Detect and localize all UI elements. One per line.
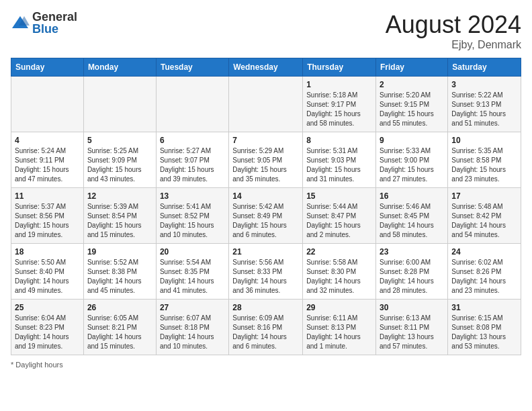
location-title: Ejby, Denmark — [386, 39, 521, 51]
day-number: 26 — [87, 303, 152, 312]
calendar-cell: 9Sunrise: 5:33 AM Sunset: 9:00 PM Daylig… — [376, 132, 448, 188]
day-info: Sunrise: 5:41 AM Sunset: 8:52 PM Dayligh… — [160, 202, 225, 240]
calendar-cell: 10Sunrise: 5:35 AM Sunset: 8:58 PM Dayli… — [448, 132, 521, 188]
day-info: Sunrise: 6:09 AM Sunset: 8:16 PM Dayligh… — [232, 314, 299, 351]
header-thursday: Thursday — [303, 58, 376, 77]
day-number: 19 — [87, 247, 152, 257]
calendar-cell: 2Sunrise: 5:20 AM Sunset: 9:15 PM Daylig… — [376, 77, 448, 132]
week-row-3: 11Sunrise: 5:37 AM Sunset: 8:56 PM Dayli… — [11, 188, 521, 244]
calendar-cell — [229, 77, 303, 132]
day-number: 2 — [380, 80, 444, 89]
day-number: 9 — [380, 136, 444, 145]
calendar-cell: 24Sunrise: 6:02 AM Sunset: 8:26 PM Dayli… — [448, 244, 521, 300]
day-info: Sunrise: 5:48 AM Sunset: 8:42 PM Dayligh… — [451, 202, 517, 240]
day-info: Sunrise: 5:46 AM Sunset: 8:45 PM Dayligh… — [380, 202, 444, 240]
logo-general: General — [32, 11, 77, 23]
calendar-cell: 13Sunrise: 5:41 AM Sunset: 8:52 PM Dayli… — [156, 188, 228, 244]
day-number: 25 — [15, 303, 80, 312]
calendar-cell: 1Sunrise: 5:18 AM Sunset: 9:17 PM Daylig… — [303, 77, 376, 132]
day-number: 6 — [160, 136, 225, 145]
day-number: 31 — [451, 303, 517, 312]
day-number: 4 — [15, 136, 80, 145]
day-info: Sunrise: 6:05 AM Sunset: 8:21 PM Dayligh… — [87, 314, 152, 351]
day-info: Sunrise: 5:37 AM Sunset: 8:56 PM Dayligh… — [15, 202, 80, 240]
calendar-cell: 31Sunrise: 6:15 AM Sunset: 8:08 PM Dayli… — [448, 300, 521, 355]
day-number: 5 — [87, 136, 152, 145]
day-info: Sunrise: 6:13 AM Sunset: 8:11 PM Dayligh… — [380, 314, 444, 351]
day-number: 17 — [451, 191, 517, 201]
day-number: 7 — [232, 136, 299, 145]
calendar-cell: 15Sunrise: 5:44 AM Sunset: 8:47 PM Dayli… — [303, 188, 376, 244]
day-info: Sunrise: 5:24 AM Sunset: 9:11 PM Dayligh… — [15, 146, 80, 184]
day-info: Sunrise: 6:00 AM Sunset: 8:28 PM Dayligh… — [380, 258, 444, 295]
month-title: August 2024 — [386, 11, 521, 39]
logo: General Blue — [11, 11, 77, 35]
day-info: Sunrise: 5:39 AM Sunset: 8:54 PM Dayligh… — [87, 202, 152, 240]
day-number: 1 — [306, 80, 372, 89]
calendar-cell: 22Sunrise: 5:58 AM Sunset: 8:30 PM Dayli… — [303, 244, 376, 300]
day-number: 13 — [160, 191, 225, 201]
calendar-cell: 11Sunrise: 5:37 AM Sunset: 8:56 PM Dayli… — [11, 188, 84, 244]
calendar-cell: 7Sunrise: 5:29 AM Sunset: 9:05 PM Daylig… — [229, 132, 303, 188]
day-info: Sunrise: 5:22 AM Sunset: 9:13 PM Dayligh… — [451, 91, 517, 128]
day-number: 18 — [15, 247, 80, 257]
logo-icon — [11, 13, 30, 32]
calendar-cell: 17Sunrise: 5:48 AM Sunset: 8:42 PM Dayli… — [448, 188, 521, 244]
day-info: Sunrise: 6:04 AM Sunset: 8:23 PM Dayligh… — [15, 314, 80, 351]
day-info: Sunrise: 5:52 AM Sunset: 8:38 PM Dayligh… — [87, 258, 152, 295]
day-number: 21 — [232, 247, 299, 257]
day-number: 30 — [380, 303, 444, 312]
day-info: Sunrise: 6:07 AM Sunset: 8:18 PM Dayligh… — [160, 314, 225, 351]
calendar-cell: 23Sunrise: 6:00 AM Sunset: 8:28 PM Dayli… — [376, 244, 448, 300]
day-number: 14 — [232, 191, 299, 201]
calendar-cell: 30Sunrise: 6:13 AM Sunset: 8:11 PM Dayli… — [376, 300, 448, 355]
day-number: 3 — [451, 80, 517, 89]
day-info: Sunrise: 5:31 AM Sunset: 9:03 PM Dayligh… — [306, 146, 372, 184]
calendar-cell: 20Sunrise: 5:54 AM Sunset: 8:35 PM Dayli… — [156, 244, 228, 300]
logo-text: General Blue — [32, 11, 77, 35]
day-number: 24 — [451, 247, 517, 257]
calendar-cell — [11, 77, 84, 132]
day-info: Sunrise: 5:44 AM Sunset: 8:47 PM Dayligh… — [306, 202, 372, 240]
calendar-cell: 18Sunrise: 5:50 AM Sunset: 8:40 PM Dayli… — [11, 244, 84, 300]
calendar-cell: 27Sunrise: 6:07 AM Sunset: 8:18 PM Dayli… — [156, 300, 228, 355]
day-number: 12 — [87, 191, 152, 201]
header-tuesday: Tuesday — [156, 58, 228, 77]
day-number: 23 — [380, 247, 444, 257]
calendar-cell: 19Sunrise: 5:52 AM Sunset: 8:38 PM Dayli… — [83, 244, 156, 300]
header-monday: Monday — [83, 58, 156, 77]
calendar-cell: 8Sunrise: 5:31 AM Sunset: 9:03 PM Daylig… — [303, 132, 376, 188]
calendar-cell: 26Sunrise: 6:05 AM Sunset: 8:21 PM Dayli… — [83, 300, 156, 355]
calendar-cell: 28Sunrise: 6:09 AM Sunset: 8:16 PM Dayli… — [229, 300, 303, 355]
week-row-4: 18Sunrise: 5:50 AM Sunset: 8:40 PM Dayli… — [11, 244, 521, 300]
day-info: Sunrise: 5:56 AM Sunset: 8:33 PM Dayligh… — [232, 258, 299, 295]
day-number: 27 — [160, 303, 225, 312]
page-header: General Blue August 2024 Ejby, Denmark — [11, 11, 521, 51]
day-info: Sunrise: 5:50 AM Sunset: 8:40 PM Dayligh… — [15, 258, 80, 295]
week-row-1: 1Sunrise: 5:18 AM Sunset: 9:17 PM Daylig… — [11, 77, 521, 132]
header-saturday: Saturday — [448, 58, 521, 77]
calendar-table: SundayMondayTuesdayWednesdayThursdayFrid… — [11, 58, 521, 355]
day-number: 16 — [380, 191, 444, 201]
day-number: 20 — [160, 247, 225, 257]
calendar-cell: 14Sunrise: 5:42 AM Sunset: 8:49 PM Dayli… — [229, 188, 303, 244]
calendar-cell: 16Sunrise: 5:46 AM Sunset: 8:45 PM Dayli… — [376, 188, 448, 244]
day-info: Sunrise: 5:35 AM Sunset: 8:58 PM Dayligh… — [451, 146, 517, 184]
calendar-cell: 3Sunrise: 5:22 AM Sunset: 9:13 PM Daylig… — [448, 77, 521, 132]
legend-text: Daylight hours — [15, 361, 62, 369]
day-number: 22 — [306, 247, 372, 257]
title-section: August 2024 Ejby, Denmark — [386, 11, 521, 51]
calendar-header-row: SundayMondayTuesdayWednesdayThursdayFrid… — [11, 58, 521, 77]
day-info: Sunrise: 6:11 AM Sunset: 8:13 PM Dayligh… — [306, 314, 372, 351]
day-info: Sunrise: 5:27 AM Sunset: 9:07 PM Dayligh… — [160, 146, 225, 184]
day-number: 29 — [306, 303, 372, 312]
calendar-cell: 6Sunrise: 5:27 AM Sunset: 9:07 PM Daylig… — [156, 132, 228, 188]
day-info: Sunrise: 5:25 AM Sunset: 9:09 PM Dayligh… — [87, 146, 152, 184]
logo-blue: Blue — [32, 23, 77, 35]
day-info: Sunrise: 5:54 AM Sunset: 8:35 PM Dayligh… — [160, 258, 225, 295]
calendar-cell — [156, 77, 228, 132]
day-number: 28 — [232, 303, 299, 312]
day-info: Sunrise: 6:02 AM Sunset: 8:26 PM Dayligh… — [451, 258, 517, 295]
header-friday: Friday — [376, 58, 448, 77]
day-info: Sunrise: 5:29 AM Sunset: 9:05 PM Dayligh… — [232, 146, 299, 184]
